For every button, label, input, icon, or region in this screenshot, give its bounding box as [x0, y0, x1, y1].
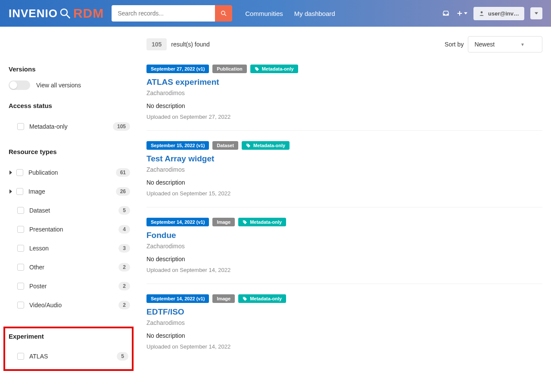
toggle-knob: [9, 81, 17, 89]
facet-experiment-item[interactable]: ATLAS 5: [9, 347, 128, 366]
svg-point-5: [255, 68, 256, 68]
inbox-icon[interactable]: [442, 9, 450, 18]
nav-links: Communities My dashboard: [245, 10, 335, 17]
record-author: Zacharodimos: [146, 166, 542, 173]
chevron-right-icon[interactable]: [9, 189, 13, 194]
record-item: September 27, 2022 (v1)PublicationMetada…: [146, 65, 542, 131]
sort-group: Sort by Newest ▼: [445, 36, 542, 52]
checkbox[interactable]: [17, 226, 24, 233]
chevron-right-icon[interactable]: [9, 170, 13, 175]
add-menu[interactable]: [456, 10, 467, 17]
facet-sidebar: Versions View all versions Access status…: [0, 27, 138, 380]
facet-count: 2: [118, 301, 130, 309]
facet-count: 61: [116, 168, 130, 177]
record-uploaded: Uploaded on September 27, 2022: [146, 114, 542, 120]
user-icon: [479, 10, 485, 16]
facet-label: Other: [29, 264, 118, 271]
nav-communities[interactable]: Communities: [245, 10, 283, 17]
svg-point-4: [481, 11, 483, 13]
facet-resource-item[interactable]: Video/Audio2: [9, 296, 130, 315]
svg-line-1: [67, 15, 70, 19]
facet-resource-title: Resource types: [9, 148, 130, 155]
record-author: Zacharodimos: [146, 319, 542, 326]
checkbox[interactable]: [17, 283, 24, 290]
access-badge: Metadata-only: [238, 294, 286, 303]
search-icon: [221, 10, 227, 16]
user-label: user@inv…: [488, 10, 519, 17]
results-count: 105: [146, 38, 167, 50]
logo[interactable]: INVENIO RDM: [9, 6, 104, 21]
record-title[interactable]: Fondue: [146, 231, 542, 240]
facet-resource-item[interactable]: Presentation4: [9, 220, 130, 239]
facet-access: Access status Metadata-only 105: [9, 102, 130, 136]
badge-row: September 14, 2022 (v1)ImageMetadata-onl…: [146, 294, 542, 303]
user-menu[interactable]: user@inv…: [473, 7, 524, 20]
results-label: result(s) found: [171, 41, 209, 48]
record-title[interactable]: EDTF/ISO: [146, 307, 542, 317]
facet-count: 26: [116, 187, 130, 196]
search-input[interactable]: [112, 5, 215, 22]
user-menu-caret[interactable]: [530, 7, 542, 19]
versions-toggle[interactable]: [9, 80, 30, 90]
facet-experiment-highlight: Experiment ATLAS 5: [3, 327, 134, 371]
checkbox[interactable]: [16, 188, 23, 195]
search-group: [112, 5, 232, 22]
record-description: No description: [146, 102, 542, 109]
record-item: September 15, 2022 (v1)DatasetMetadata-o…: [146, 141, 542, 207]
checkbox[interactable]: [17, 245, 24, 252]
tag-icon: [243, 220, 247, 225]
facet-resource: Resource types Publication61Image26Datas…: [9, 148, 130, 315]
top-header: INVENIO RDM Communities My dashboard use…: [0, 0, 551, 27]
checkbox[interactable]: [17, 207, 24, 214]
search-button[interactable]: [215, 5, 232, 22]
nav-dashboard[interactable]: My dashboard: [294, 10, 335, 17]
facet-resource-item[interactable]: Image26: [9, 182, 130, 201]
record-description: No description: [146, 332, 542, 339]
facet-resource-item[interactable]: Dataset5: [9, 201, 130, 220]
facet-count: 2: [118, 282, 130, 290]
svg-point-7: [243, 221, 244, 222]
access-badge: Metadata-only: [238, 218, 286, 226]
date-badge: September 15, 2022 (v1): [146, 141, 209, 150]
facet-experiment-title: Experiment: [9, 333, 128, 340]
type-badge: Publication: [212, 65, 246, 73]
date-badge: September 14, 2022 (v1): [146, 218, 209, 226]
record-author: Zacharodimos: [146, 243, 542, 250]
checkbox[interactable]: [17, 302, 24, 309]
checkbox[interactable]: [17, 123, 24, 130]
access-badge: Metadata-only: [250, 65, 298, 73]
results-main: 105 result(s) found Sort by Newest ▼ Sep…: [138, 27, 551, 380]
checkbox[interactable]: [17, 353, 24, 360]
facet-label: Metadata-only: [29, 123, 113, 130]
plus-icon: [456, 10, 463, 17]
facet-resource-item[interactable]: Poster2: [9, 277, 130, 296]
magnifier-logo-icon: [59, 7, 72, 20]
svg-point-6: [247, 144, 248, 145]
facet-access-item[interactable]: Metadata-only 105: [9, 117, 130, 136]
facet-access-title: Access status: [9, 102, 130, 109]
type-badge: Image: [212, 218, 235, 226]
record-title[interactable]: Test Array widget: [146, 154, 542, 164]
badge-row: September 27, 2022 (v1)PublicationMetada…: [146, 65, 542, 73]
record-title[interactable]: ATLAS experiment: [146, 77, 542, 87]
logo-rdm: RDM: [73, 6, 104, 21]
checkbox[interactable]: [17, 264, 24, 271]
record-item: September 14, 2022 (v1)ImageMetadata-onl…: [146, 294, 542, 360]
facet-resource-item[interactable]: Other2: [9, 258, 130, 277]
checkbox[interactable]: [16, 169, 23, 176]
badge-row: September 15, 2022 (v1)DatasetMetadata-o…: [146, 141, 542, 150]
facet-count: 2: [118, 263, 130, 272]
facet-resource-item[interactable]: Publication61: [9, 163, 130, 182]
record-uploaded: Uploaded on September 14, 2022: [146, 267, 542, 273]
tag-icon: [246, 143, 251, 148]
date-badge: September 27, 2022 (v1): [146, 65, 209, 73]
header-right: user@inv…: [442, 7, 542, 20]
facet-resource-item[interactable]: Lesson3: [9, 239, 130, 258]
access-badge: Metadata-only: [242, 141, 290, 150]
sort-label: Sort by: [445, 41, 464, 48]
svg-point-8: [243, 297, 244, 298]
sort-select[interactable]: Newest ▼: [468, 36, 542, 52]
facet-count: 3: [118, 244, 130, 253]
facet-label: Lesson: [29, 245, 118, 252]
facet-count: 4: [118, 225, 130, 234]
